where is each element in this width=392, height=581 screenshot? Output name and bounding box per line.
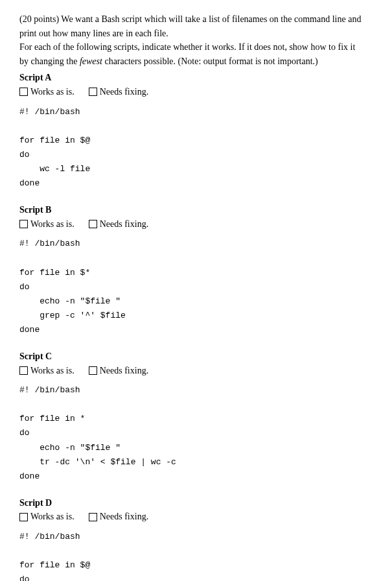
script-b-needs-fixing-label: Needs fixing. xyxy=(100,218,148,231)
script-b-needs-fixing-checkbox[interactable] xyxy=(89,220,97,228)
script-b-works-checkbox[interactable] xyxy=(19,220,28,228)
script-c-needs-fixing-checkbox[interactable] xyxy=(89,366,97,375)
intro-line-2b-italic: fewest xyxy=(80,56,102,66)
intro-line-2b-before: by changing the xyxy=(19,56,80,66)
script-d-checkbox-row: Works as is. Needs fixing. xyxy=(19,510,373,523)
script-a-code: #! /bin/bash for file in $@ do wc -l fil… xyxy=(19,105,373,191)
intro-line-2b: by changing the fewest characters possib… xyxy=(19,55,373,68)
script-c-needs-fixing-label: Needs fixing. xyxy=(100,364,148,377)
script-c-checkbox-row: Works as is. Needs fixing. xyxy=(19,364,373,377)
script-d-works-checkbox[interactable] xyxy=(19,513,28,521)
script-c-title: Script C xyxy=(19,350,373,363)
script-d-code: #! /bin/bash for file in $@ do echo -n "… xyxy=(19,530,373,581)
intro-line-1a: (20 points) We want a Bash script which … xyxy=(19,13,373,26)
question-intro: (20 points) We want a Bash script which … xyxy=(19,13,373,67)
script-a-checkbox-row: Works as is. Needs fixing. xyxy=(19,86,373,99)
script-a-title: Script A xyxy=(19,71,373,84)
script-d-works-label: Works as is. xyxy=(30,510,75,523)
intro-line-1b: print out how many lines are in each fil… xyxy=(19,27,373,40)
script-a-needs-fixing-checkbox[interactable] xyxy=(89,88,97,96)
script-d-section: Script D Works as is. Needs fixing. #! /… xyxy=(19,497,373,581)
script-b-title: Script B xyxy=(19,204,373,217)
intro-line-2b-after: characters possible. (Note: output forma… xyxy=(102,56,318,66)
script-a-works-label: Works as is. xyxy=(30,86,75,99)
script-a-works-checkbox[interactable] xyxy=(19,88,28,96)
script-b-code: #! /bin/bash for file in $* do echo -n "… xyxy=(19,237,373,337)
script-c-section: Script C Works as is. Needs fixing. #! /… xyxy=(19,350,373,484)
script-d-needs-fixing-checkbox[interactable] xyxy=(89,513,97,521)
script-a-section: Script A Works as is. Needs fixing. #! /… xyxy=(19,71,373,191)
script-b-works-label: Works as is. xyxy=(30,218,75,231)
script-d-title: Script D xyxy=(19,497,373,510)
script-c-works-checkbox[interactable] xyxy=(19,366,28,375)
script-c-works-label: Works as is. xyxy=(30,364,75,377)
script-b-checkbox-row: Works as is. Needs fixing. xyxy=(19,218,373,231)
script-d-needs-fixing-label: Needs fixing. xyxy=(100,510,148,523)
intro-line-2a: For each of the following scripts, indic… xyxy=(19,41,373,54)
script-c-code: #! /bin/bash for file in * do echo -n "$… xyxy=(19,383,373,484)
script-a-needs-fixing-label: Needs fixing. xyxy=(100,86,148,99)
script-b-section: Script B Works as is. Needs fixing. #! /… xyxy=(19,204,373,337)
